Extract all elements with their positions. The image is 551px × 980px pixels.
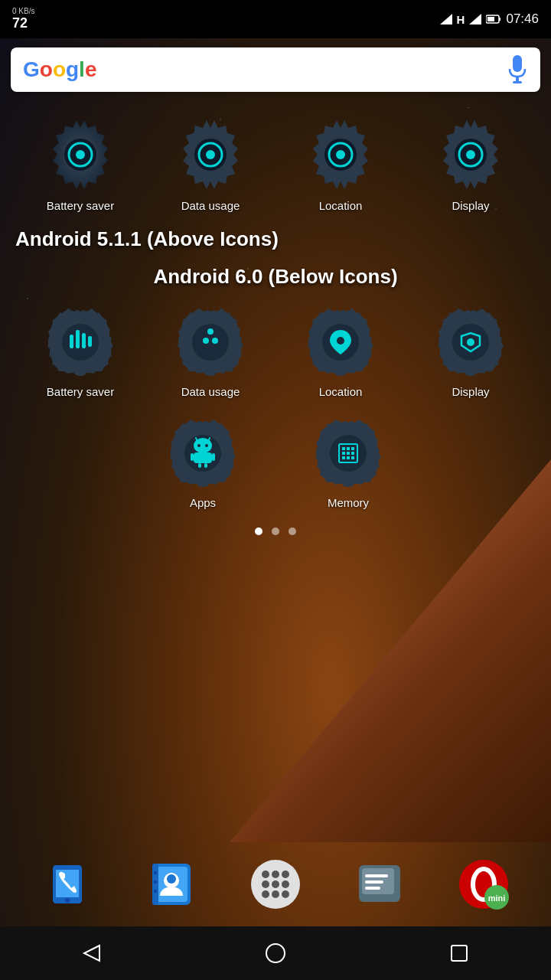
android-60-label: Android 6.0 (Below Icons) xyxy=(0,259,551,295)
location-6-icon xyxy=(302,302,379,379)
location-6-label: Location xyxy=(319,385,363,398)
svg-rect-22 xyxy=(76,330,80,348)
svg-marker-1 xyxy=(469,14,481,24)
svg-point-72 xyxy=(262,890,269,898)
svg-point-69 xyxy=(262,880,269,888)
svg-rect-7 xyxy=(513,81,522,83)
svg-rect-47 xyxy=(347,447,350,450)
svg-marker-84 xyxy=(84,946,99,961)
status-right: H 07:46 xyxy=(440,11,539,27)
svg-point-70 xyxy=(272,880,279,888)
home-button[interactable] xyxy=(256,934,295,972)
display-item-511[interactable]: Display xyxy=(413,116,528,212)
data-usage-6-item[interactable]: Data usage xyxy=(153,302,268,398)
location-6-item[interactable]: Location xyxy=(283,302,398,398)
apps-drawer-dock-icon[interactable] xyxy=(241,850,310,919)
page-dot-1[interactable] xyxy=(255,528,262,535)
android-60-grid-row1: Battery saver Data usage xyxy=(0,295,551,406)
svg-rect-86 xyxy=(452,946,467,961)
battery-saver-label: Battery saver xyxy=(47,199,114,212)
svg-point-74 xyxy=(282,890,289,898)
apps-6-label: Apps xyxy=(190,496,216,509)
data-usage-icon xyxy=(172,116,249,193)
page-dot-2[interactable] xyxy=(272,528,279,535)
svg-rect-3 xyxy=(499,18,500,21)
recents-button[interactable] xyxy=(440,934,478,972)
svg-rect-24 xyxy=(88,336,92,347)
svg-point-10 xyxy=(76,150,85,159)
svg-point-27 xyxy=(212,338,218,344)
signal-icon-2 xyxy=(469,14,481,24)
svg-rect-63 xyxy=(154,880,157,884)
location-item-511[interactable]: Location xyxy=(283,116,398,212)
mic-icon[interactable] xyxy=(507,55,528,84)
svg-point-56 xyxy=(65,898,70,903)
svg-rect-54 xyxy=(351,456,354,459)
signal-icon xyxy=(440,14,452,24)
battery-saver-icon xyxy=(42,116,119,193)
svg-point-71 xyxy=(282,880,289,888)
svg-point-16 xyxy=(336,150,345,159)
page-dots xyxy=(0,517,551,546)
svg-rect-50 xyxy=(347,452,350,455)
svg-rect-49 xyxy=(342,452,345,455)
signal-num: 72 xyxy=(12,15,28,31)
search-bar[interactable]: Google xyxy=(11,47,540,92)
android-511-grid: Battery saver Data usage xyxy=(0,109,551,220)
kb-label: 0 KB/s xyxy=(12,7,34,15)
page-dot-3[interactable] xyxy=(289,528,296,535)
battery-saver-6-label: Battery saver xyxy=(47,385,114,398)
svg-rect-79 xyxy=(365,887,380,890)
battery-saver-item[interactable]: Battery saver xyxy=(23,116,138,212)
svg-rect-23 xyxy=(82,333,86,348)
svg-point-30 xyxy=(337,337,344,345)
svg-rect-40 xyxy=(198,463,201,468)
svg-rect-78 xyxy=(365,880,383,884)
contacts-dock-icon[interactable] xyxy=(137,850,206,919)
opera-mini-dock-icon[interactable]: mini xyxy=(449,850,518,919)
svg-rect-48 xyxy=(351,447,354,450)
svg-rect-4 xyxy=(487,17,494,21)
svg-point-28 xyxy=(207,328,214,335)
svg-point-32 xyxy=(467,338,474,346)
data-usage-6-label: Data usage xyxy=(181,385,240,398)
back-button[interactable] xyxy=(73,934,111,972)
svg-rect-5 xyxy=(513,55,522,72)
android-60-grid-row2: Apps xyxy=(0,406,551,517)
location-label-511: Location xyxy=(319,199,363,212)
svg-rect-52 xyxy=(342,456,345,459)
svg-text:mini: mini xyxy=(488,893,506,903)
display-6-item[interactable]: Display xyxy=(413,302,528,398)
svg-point-20 xyxy=(62,324,99,361)
svg-point-66 xyxy=(262,871,269,878)
display-label-511: Display xyxy=(452,199,489,212)
memory-6-label: Memory xyxy=(328,496,369,509)
phone-dock-icon[interactable] xyxy=(33,850,102,919)
battery-saver-6-item[interactable]: Battery saver xyxy=(23,302,138,398)
display-6-icon xyxy=(432,302,509,379)
svg-marker-0 xyxy=(440,14,452,24)
data-usage-label: Data usage xyxy=(181,199,240,212)
data-usage-item[interactable]: Data usage xyxy=(153,116,268,212)
svg-rect-6 xyxy=(516,77,519,81)
messages-dock-icon[interactable] xyxy=(345,850,414,919)
memory-6-item[interactable]: Memory xyxy=(291,413,406,509)
svg-point-26 xyxy=(203,338,209,344)
data-usage-6-icon xyxy=(172,302,249,379)
apps-6-item[interactable]: Apps xyxy=(145,413,260,509)
battery-saver-6-icon xyxy=(42,302,119,379)
memory-6-icon xyxy=(310,413,386,490)
svg-rect-77 xyxy=(365,874,388,877)
svg-rect-61 xyxy=(152,864,158,905)
svg-point-35 xyxy=(197,444,201,447)
status-bar: 0 KB/s 72 H 07:46 xyxy=(0,0,551,38)
status-left: 0 KB/s 72 xyxy=(12,7,34,31)
svg-point-68 xyxy=(282,871,289,878)
main-content: Battery saver Data usage xyxy=(0,101,551,554)
app-dock: mini xyxy=(0,842,551,926)
h-indicator: H xyxy=(457,13,465,26)
svg-rect-38 xyxy=(191,453,194,461)
svg-point-13 xyxy=(206,150,215,159)
time-label: 07:46 xyxy=(506,11,539,27)
svg-point-73 xyxy=(272,890,279,898)
